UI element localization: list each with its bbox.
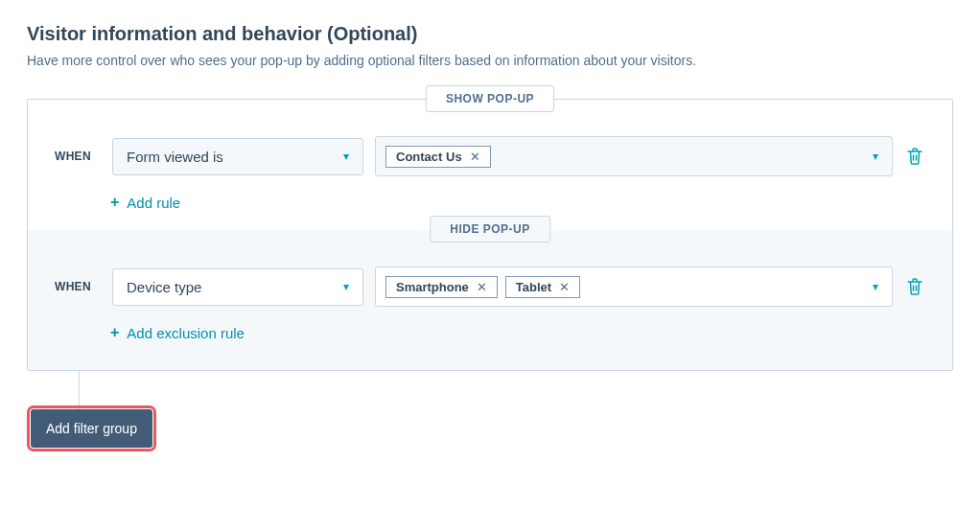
show-condition-dropdown[interactable]: Form viewed is ▾ bbox=[112, 138, 363, 175]
when-label: WHEN bbox=[55, 280, 101, 293]
tag-label: Smartphone bbox=[396, 280, 469, 294]
page-title: Visitor information and behavior (Option… bbox=[27, 23, 953, 45]
add-exclusion-rule-link[interactable]: + Add exclusion rule bbox=[110, 324, 245, 341]
delete-rule-button[interactable] bbox=[904, 276, 925, 297]
hide-popup-section: HIDE POP-UP WHEN Device type ▾ Smartphon… bbox=[28, 230, 952, 370]
chevron-down-icon: ▾ bbox=[873, 280, 878, 293]
filter-group: SHOW POP-UP WHEN Form viewed is ▾ Contac… bbox=[27, 99, 953, 371]
hide-tag-input[interactable]: Smartphone ✕ Tablet ✕ ▾ bbox=[375, 266, 893, 307]
chevron-down-icon: ▾ bbox=[343, 280, 349, 293]
plus-icon: + bbox=[110, 194, 119, 211]
trash-icon bbox=[907, 278, 922, 295]
add-filter-group-button[interactable]: Add filter group bbox=[31, 409, 152, 448]
remove-tag-icon[interactable]: ✕ bbox=[559, 280, 570, 294]
add-rule-label: Add rule bbox=[127, 195, 180, 211]
show-popup-section: SHOW POP-UP WHEN Form viewed is ▾ Contac… bbox=[28, 100, 952, 230]
tag: Smartphone ✕ bbox=[385, 276, 498, 298]
delete-rule-button[interactable] bbox=[904, 146, 925, 167]
show-tag-input[interactable]: Contact Us ✕ ▾ bbox=[375, 136, 893, 176]
hide-popup-tab: HIDE POP-UP bbox=[430, 216, 550, 243]
hide-rule-row: WHEN Device type ▾ Smartphone ✕ Tablet ✕… bbox=[55, 266, 925, 307]
hide-condition-dropdown[interactable]: Device type ▾ bbox=[112, 268, 363, 306]
chevron-down-icon: ▾ bbox=[343, 150, 349, 163]
trash-icon bbox=[907, 148, 922, 165]
tag: Tablet ✕ bbox=[505, 276, 580, 298]
tag-label: Contact Us bbox=[396, 150, 462, 164]
add-exclusion-rule-label: Add exclusion rule bbox=[127, 325, 245, 341]
add-rule-link[interactable]: + Add rule bbox=[110, 194, 180, 211]
plus-icon: + bbox=[110, 324, 119, 341]
when-label: WHEN bbox=[55, 150, 101, 163]
page-subtitle: Have more control over who sees your pop… bbox=[27, 53, 953, 68]
dropdown-value: Form viewed is bbox=[127, 149, 223, 165]
remove-tag-icon[interactable]: ✕ bbox=[477, 280, 487, 294]
show-popup-tab: SHOW POP-UP bbox=[426, 85, 554, 112]
chevron-down-icon: ▾ bbox=[873, 150, 878, 163]
tag: Contact Us ✕ bbox=[385, 146, 491, 168]
connector-line bbox=[79, 371, 80, 409]
show-rule-row: WHEN Form viewed is ▾ Contact Us ✕ ▾ bbox=[55, 136, 925, 176]
remove-tag-icon[interactable]: ✕ bbox=[470, 150, 480, 164]
tag-label: Tablet bbox=[516, 280, 551, 294]
dropdown-value: Device type bbox=[127, 279, 201, 295]
